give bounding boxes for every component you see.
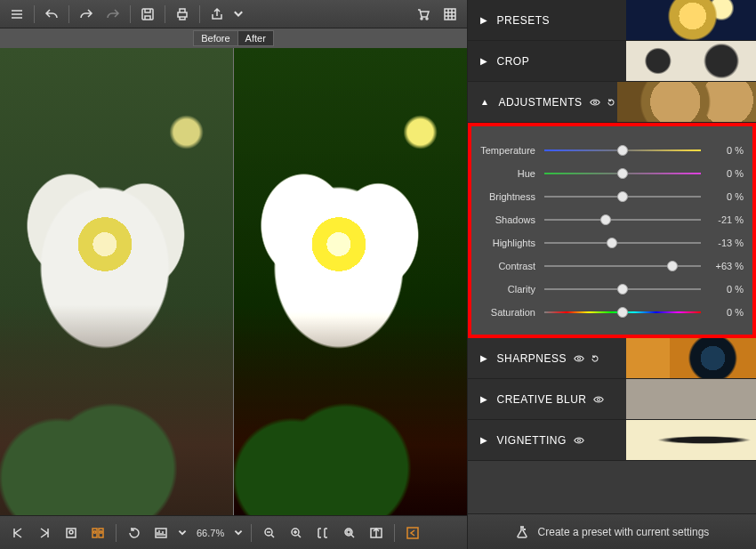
slider-thumb[interactable]	[617, 168, 628, 179]
menu-button[interactable]	[5, 3, 28, 26]
panel-creative-blur[interactable]: ▶ CREATIVE BLUR	[468, 379, 756, 420]
svg-point-9	[93, 530, 96, 533]
zoom-dropdown[interactable]	[233, 522, 244, 544]
svg-rect-17	[407, 528, 418, 538]
chevron-right-icon: ▶	[480, 353, 488, 363]
slider-value: 0 %	[701, 145, 744, 156]
slider-value: -13 %	[701, 238, 744, 248]
redo-alt-button[interactable]	[101, 3, 125, 26]
slider-value: -21 %	[701, 214, 744, 225]
single-view-button[interactable]	[60, 522, 82, 544]
slider-track[interactable]	[544, 306, 701, 319]
slider-label: Saturation	[480, 307, 544, 318]
eye-icon[interactable]	[593, 394, 604, 405]
tab-before[interactable]: Before	[193, 30, 237, 46]
chevron-right-icon: ▶	[480, 435, 488, 445]
slider-label: Hue	[480, 168, 544, 179]
slider-track[interactable]	[544, 283, 701, 295]
first-image-button[interactable]	[7, 522, 28, 544]
svg-rect-0	[142, 9, 153, 20]
svg-point-10	[100, 530, 102, 533]
svg-point-21	[577, 439, 580, 441]
slider-value: +63 %	[701, 261, 744, 271]
adjustments-body: Temperature0 %Hue0 %Brightness0 %Shadows…	[468, 123, 756, 338]
compare-view-button[interactable]	[87, 522, 109, 544]
panel-presets[interactable]: ▶ PRESETS	[468, 0, 756, 41]
slider-track[interactable]	[544, 144, 701, 157]
bottom-toolbar: 66.7%	[0, 515, 467, 549]
slider-thumb[interactable]	[607, 238, 617, 248]
chevron-down-icon: ▲	[480, 97, 489, 107]
undo-button[interactable]	[40, 3, 63, 26]
canvas[interactable]	[0, 48, 467, 515]
slider-track[interactable]	[544, 214, 701, 226]
slider-value: 0 %	[701, 168, 744, 179]
create-preset-label: Create a preset with current settings	[538, 526, 710, 538]
svg-point-2	[421, 18, 422, 20]
panel-crop[interactable]: ▶ CROP	[468, 41, 756, 82]
panel-adjustments-label: ADJUSTMENTS	[498, 96, 582, 109]
svg-point-19	[578, 357, 581, 359]
slider-thumb[interactable]	[617, 145, 628, 156]
slider-thumb[interactable]	[617, 307, 628, 318]
slider-thumb[interactable]	[617, 191, 628, 202]
zoom-100-button[interactable]	[312, 522, 334, 544]
panel-vignetting[interactable]: ▶ VIGNETTING	[468, 420, 756, 461]
histogram-dropdown[interactable]	[177, 522, 188, 544]
save-button[interactable]	[136, 3, 159, 26]
apply-button[interactable]	[402, 522, 423, 544]
slider-thumb[interactable]	[667, 261, 678, 271]
slider-thumb[interactable]	[600, 214, 611, 225]
panel-blur-label: CREATIVE BLUR	[497, 393, 587, 406]
rotate-button[interactable]	[124, 522, 145, 544]
top-toolbar	[0, 0, 467, 28]
print-button[interactable]	[171, 3, 194, 26]
zoom-actual-button[interactable]	[339, 522, 360, 544]
slider-track[interactable]	[544, 237, 701, 249]
slider-track[interactable]	[544, 167, 701, 180]
fit-screen-button[interactable]	[366, 522, 387, 544]
slider-value: 0 %	[701, 191, 744, 202]
compare-tabs: Before After	[0, 28, 467, 48]
flask-icon	[515, 525, 529, 539]
eye-icon[interactable]	[590, 97, 600, 108]
reset-icon[interactable]	[606, 97, 616, 108]
svg-rect-1	[178, 12, 187, 17]
panel-sharpness[interactable]: ▶ SHARPNESS	[468, 338, 756, 379]
svg-point-3	[426, 18, 428, 20]
share-dropdown[interactable]	[232, 3, 245, 26]
canvas-before	[0, 48, 233, 515]
panel-sharpness-label: SHARPNESS	[497, 352, 567, 365]
eye-icon[interactable]	[574, 435, 584, 446]
svg-point-18	[593, 101, 596, 103]
cart-button[interactable]	[412, 3, 435, 26]
panel-crop-label: CROP	[497, 55, 530, 68]
slider-saturation: Saturation0 %	[480, 301, 744, 324]
panel-presets-label: PRESETS	[497, 14, 551, 27]
last-image-button[interactable]	[34, 522, 55, 544]
chevron-right-icon: ▶	[480, 394, 488, 404]
zoom-out-button[interactable]	[259, 522, 280, 544]
zoom-in-button[interactable]	[286, 522, 307, 544]
svg-point-14	[345, 529, 352, 536]
grid-button[interactable]	[438, 3, 462, 26]
create-preset-button[interactable]: Create a preset with current settings	[468, 513, 756, 549]
tab-after[interactable]: After	[237, 30, 274, 46]
slider-label: Brightness	[480, 191, 544, 202]
slider-temperature: Temperature0 %	[480, 139, 744, 162]
slider-track[interactable]	[544, 190, 701, 203]
chevron-right-icon: ▶	[480, 15, 488, 25]
slider-label: Contrast	[480, 261, 544, 271]
histogram-button[interactable]	[150, 522, 172, 544]
redo-button[interactable]	[75, 3, 98, 26]
slider-shadows: Shadows-21 %	[480, 208, 744, 231]
slider-thumb[interactable]	[617, 284, 628, 295]
eye-icon[interactable]	[574, 353, 584, 364]
slider-label: Shadows	[480, 214, 544, 225]
slider-value: 0 %	[701, 307, 744, 318]
panel-vig-label: VIGNETTING	[497, 434, 567, 447]
panel-adjustments[interactable]: ▲ ADJUSTMENTS	[468, 82, 756, 123]
share-button[interactable]	[205, 3, 229, 26]
reset-icon[interactable]	[590, 353, 600, 364]
slider-track[interactable]	[544, 260, 701, 272]
